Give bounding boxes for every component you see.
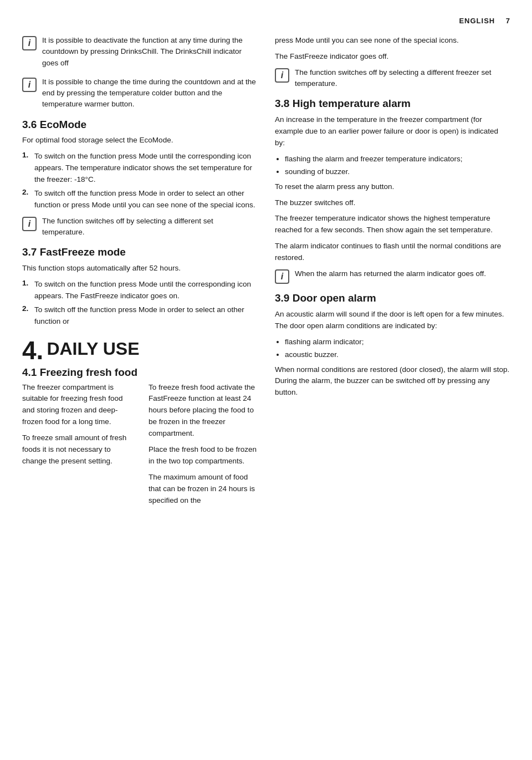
info-text-drinkschill-deactivate: It is possible to deactivate the functio… <box>42 35 257 69</box>
info-icon-2: i <box>22 78 37 92</box>
info-icon: i <box>22 36 37 50</box>
section-38-heading: 3.8 High temperature alarm <box>275 97 510 111</box>
section-38-bullet-1: flashing the alarm and freezer temperatu… <box>285 154 510 165</box>
section-41-right-para2: Place the fresh food to be frozen in the… <box>149 444 257 467</box>
section-36-intro: For optimal food storage select the EcoM… <box>22 135 257 146</box>
section-38-info-icon: i <box>275 269 289 284</box>
section-38-number: 3.8 <box>275 98 289 109</box>
info-icon-right: i <box>275 68 289 83</box>
section-36-info-box: i The function switches off by selecting… <box>22 216 257 238</box>
page-number: 7 <box>506 17 510 25</box>
section-37-step2-num: 2. <box>22 304 32 313</box>
section-39-heading: 3.9 Door open alarm <box>275 292 510 305</box>
section-37-continuation: press Mode until you can see none of the… <box>275 35 510 47</box>
section-4-number: 4. <box>22 336 43 365</box>
section-4-title: 4.DAILY USE <box>22 338 257 363</box>
section-37-step1: 1. To switch on the function press Mode … <box>22 279 257 302</box>
info-text-change-time: It is possible to change the time during… <box>42 76 257 110</box>
section-36-number: 3.6 <box>22 119 37 130</box>
section-39-title: Door open alarm <box>293 292 376 304</box>
section-4-label: DAILY USE <box>47 339 139 359</box>
section-36-info-text: The function switches off by selecting a… <box>42 216 257 238</box>
step2-text: To switch off the function press Mode in… <box>34 188 257 211</box>
section-36-step1: 1. To switch on the function press Mode … <box>22 151 257 186</box>
section-37-step2-text: To switch off the function press Mode in… <box>34 304 257 328</box>
section-38-title: High temperature alarm <box>293 98 411 109</box>
section-4-daily-use: 4.DAILY USE 4.1 Freezing fresh food The … <box>22 338 257 511</box>
section-38-para2: The buzzer switches off. <box>275 197 510 209</box>
left-column: i It is possible to deactivate the funct… <box>22 35 257 511</box>
section-37-number: 3.7 <box>22 246 37 258</box>
section-38-para4: The alarm indicator continues to flash u… <box>275 241 510 264</box>
section-39-bullet-1: flashing alarm indicator; <box>285 336 510 348</box>
section-36-ecomode: 3.6 EcoMode For optimal food storage sel… <box>22 118 257 238</box>
section-36-info-icon: i <box>22 217 37 231</box>
section-39-number: 3.9 <box>275 292 289 304</box>
step1-text: To switch on the function press Mode unt… <box>34 151 257 186</box>
section-37-step1-text: To switch on the function press Mode unt… <box>34 279 257 302</box>
section-38-para1: To reset the alarm press any button. <box>275 181 510 193</box>
section-39-para1: When normal conditions are restored (doo… <box>275 364 510 399</box>
section-41-right-para3: The maximum amount of food that can be f… <box>149 472 257 507</box>
step2-num: 2. <box>22 188 32 196</box>
info-box-drinkschill-deactivate: i It is possible to deactivate the funct… <box>22 35 257 69</box>
fastfreeze-indicator-off: The FastFreeze indicator goes off. <box>275 51 510 63</box>
section-37-step2: 2. To switch off the function press Mode… <box>22 304 257 328</box>
section-41-content: The freezer compartment is suitable for … <box>22 382 257 511</box>
section-37-intro: This function stops automatically after … <box>22 263 257 274</box>
section-39-door-alarm: 3.9 Door open alarm An acoustic alarm wi… <box>275 292 510 399</box>
info-box-right-fastfreeze: i The function switches off by selecting… <box>275 67 510 90</box>
section-38-intro: An increase in the temperature in the fr… <box>275 114 510 149</box>
section-38-high-temp-alarm: 3.8 High temperature alarm An increase i… <box>275 97 510 284</box>
section-41-left-para1: To freeze small amount of fresh foods it… <box>22 432 131 467</box>
section-37-fastfreeze: 3.7 FastFreeze mode This function stops … <box>22 246 257 327</box>
section-36-heading: 3.6 EcoMode <box>22 118 257 132</box>
section-41-right-para1: To freeze fresh food activate the FastFr… <box>149 382 257 440</box>
section-38-para3: The freezer temperature indicator shows … <box>275 213 510 236</box>
section-39-bullet-2: acoustic buzzer. <box>285 349 510 361</box>
step1-num: 1. <box>22 151 32 159</box>
section-41-heading: 4.1 Freezing fresh food <box>22 366 257 379</box>
section-41-left: The freezer compartment is suitable for … <box>22 382 131 511</box>
section-37-step1-num: 1. <box>22 279 32 287</box>
section-36-step2: 2. To switch off the function press Mode… <box>22 188 257 211</box>
section-38-info-box: i When the alarm has returned the alarm … <box>275 268 510 284</box>
section-41-number: 4.1 <box>22 366 37 378</box>
section-39-intro: An acoustic alarm will sound if the door… <box>275 309 510 332</box>
info-box-change-time: i It is possible to change the time duri… <box>22 76 257 110</box>
section-39-bullets: flashing alarm indicator; acoustic buzze… <box>285 336 510 361</box>
section-41-left-intro: The freezer compartment is suitable for … <box>22 382 131 429</box>
section-38-bullet-2: sounding of buzzer. <box>285 166 510 178</box>
main-content: i It is possible to deactivate the funct… <box>22 35 510 511</box>
right-column: press Mode until you can see none of the… <box>275 35 510 511</box>
section-37-title: FastFreeze mode <box>40 246 126 258</box>
section-41-title: Freezing fresh food <box>40 366 137 378</box>
section-41-right: To freeze fresh food activate the FastFr… <box>149 382 257 511</box>
language-label: ENGLISH <box>459 17 495 25</box>
section-38-info-text: When the alarm has returned the alarm in… <box>295 268 486 279</box>
section-38-bullets: flashing the alarm and freezer temperatu… <box>285 154 510 178</box>
section-37-heading: 3.7 FastFreeze mode <box>22 246 257 259</box>
page-header: ENGLISH 7 <box>22 17 510 25</box>
page: ENGLISH 7 i It is possible to deactivate… <box>0 0 532 760</box>
info-text-right-fastfreeze: The function switches off by selecting a… <box>295 67 510 90</box>
section-36-title: EcoMode <box>40 119 86 130</box>
